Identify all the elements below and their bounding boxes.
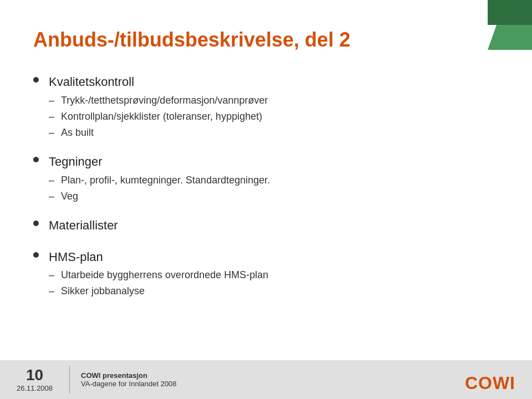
sub-item-0-0: –Trykk-/tetthetsprøving/deformasjon/vann… (49, 93, 499, 108)
main-content: Anbuds-/tilbudsbeskrivelse, del 2 Kvalit… (0, 0, 532, 378)
sub-text-3-0: Utarbeide byggherrens overordnede HMS-pl… (61, 268, 268, 283)
cowi-logo-text: COWI (465, 373, 515, 393)
sub-dash-1-0: – (49, 173, 57, 188)
bullet-main-text-0: Kvalitetskontroll (49, 74, 499, 91)
footer: 10 26.11.2008 COWI presentasjon VA-dagen… (0, 360, 532, 399)
sub-item-0-2: –As built (49, 125, 499, 140)
sub-item-1-0: –Plan-, profil-, kumtegninger. Standardt… (49, 173, 499, 188)
bullet-main-text-1: Tegninger (49, 154, 499, 171)
bullet-content-2: Materiallister (49, 217, 499, 237)
bullet-main-text-2: Materiallister (49, 217, 499, 234)
sub-text-3-1: Sikker jobbanalyse (61, 284, 145, 299)
sub-text-0-1: Kontrollplan/sjekklister (toleranser, hy… (61, 109, 262, 124)
sub-item-0-1: –Kontrollplan/sjekklister (toleranser, h… (49, 109, 499, 124)
sub-text-0-2: As built (61, 125, 94, 140)
sub-list-1: –Plan-, profil-, kumtegninger. Standardt… (49, 173, 499, 204)
sub-dash-3-0: – (49, 268, 57, 283)
bullet-item-3: HMS-plan–Utarbeide byggherrens overordne… (33, 249, 499, 300)
sub-item-3-0: –Utarbeide byggherrens overordnede HMS-p… (49, 268, 499, 283)
footer-date: 26.11.2008 (17, 384, 53, 392)
sub-text-1-1: Veg (61, 189, 78, 204)
sub-dash-0-0: – (49, 93, 57, 108)
sub-dash-0-1: – (49, 109, 57, 124)
bullet-content-3: HMS-plan–Utarbeide byggherrens overordne… (49, 249, 499, 300)
sub-list-3: –Utarbeide byggherrens overordnede HMS-p… (49, 268, 499, 299)
footer-presentation-subtitle: VA-dagene for Innlandet 2008 (81, 380, 177, 388)
sub-text-0-0: Trykk-/tetthetsprøving/deformasjon/vannp… (61, 93, 268, 108)
bullet-item-1: Tegninger–Plan-, profil-, kumtegninger. … (33, 154, 499, 205)
sub-list-0: –Trykk-/tetthetsprøving/deformasjon/vann… (49, 93, 499, 140)
bullet-item-2: Materiallister (33, 217, 499, 237)
bullet-content-0: Kvalitetskontroll–Trykk-/tetthetsprøving… (49, 74, 499, 141)
page-title: Anbuds-/tilbudsbeskrivelse, del 2 (33, 28, 499, 52)
bullet-content-1: Tegninger–Plan-, profil-, kumtegninger. … (49, 154, 499, 205)
footer-presentation-title: COWI presentasjon (81, 371, 177, 380)
sub-dash-0-2: – (49, 125, 57, 140)
bullet-main-text-3: HMS-plan (49, 249, 499, 266)
sub-item-1-1: –Veg (49, 189, 499, 204)
content-list: Kvalitetskontroll–Trykk-/tetthetsprøving… (33, 74, 499, 300)
footer-left: 10 26.11.2008 (0, 367, 69, 392)
sub-dash-1-1: – (49, 189, 57, 204)
sub-dash-3-1: – (49, 284, 57, 299)
bullet-dot-3 (33, 252, 39, 258)
sub-text-1-0: Plan-, profil-, kumtegninger. Standardte… (61, 173, 270, 188)
footer-center: COWI presentasjon VA-dagene for Innlande… (70, 371, 188, 388)
bullet-dot-1 (33, 157, 39, 162)
bullet-dot-2 (33, 221, 39, 226)
bullet-item-0: Kvalitetskontroll–Trykk-/tetthetsprøving… (33, 74, 499, 141)
sub-item-3-1: –Sikker jobbanalyse (49, 284, 499, 299)
footer-logo: COWI (465, 373, 515, 393)
bullet-dot-0 (33, 77, 39, 83)
page-number: 10 (26, 367, 43, 383)
